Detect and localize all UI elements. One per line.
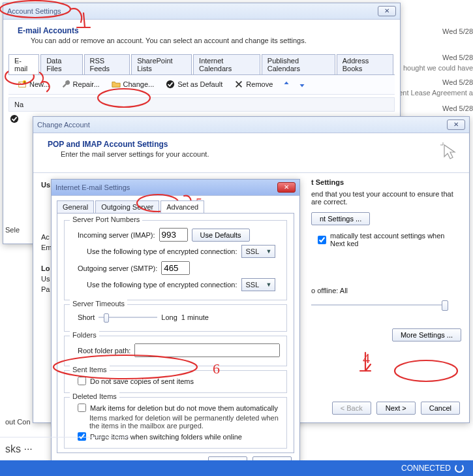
window-title: Change Account — [37, 121, 90, 129]
new-icon: ★ — [18, 80, 27, 89]
bg-date: Wed 5/28 — [401, 25, 473, 38]
do-not-save-sent-checkbox[interactable] — [78, 377, 86, 385]
account-toolbar: ★ New... Repair... Change... Set as Defa… — [8, 74, 395, 95]
root-folder-label: Root folder path: — [78, 347, 130, 355]
short-label: Short — [78, 313, 95, 321]
titlebar: Change Account ✕ — [33, 117, 469, 133]
svg-point-3 — [166, 80, 174, 88]
remove-label: Remove — [246, 80, 273, 88]
test-account-settings-button[interactable]: nt Settings ... — [311, 212, 370, 225]
server-timeouts-group: Server Timeouts Short Long 1 minute — [64, 304, 287, 332]
window-title: Account Settings — [7, 7, 61, 15]
chevron-down-icon: ▼ — [266, 248, 272, 255]
group-legend: Server Port Numbers — [70, 215, 142, 223]
timeout-value: 1 minute — [181, 313, 209, 321]
tab-outgoing-server[interactable]: Outgoing Server — [95, 200, 159, 213]
tab-address-books[interactable]: Address Books — [337, 54, 393, 74]
tab-rss[interactable]: RSS Feeds — [84, 54, 130, 74]
sent-items-group: Sent Items Do not save copies of sent it… — [64, 370, 287, 393]
slider-track — [311, 304, 448, 306]
deletion-note: Items marked for deletion will be perman… — [89, 414, 280, 430]
slider-thumb[interactable] — [442, 300, 448, 311]
group-legend: Server Timeouts — [70, 300, 127, 308]
background-mail: Wed 5/28 — [401, 25, 473, 38]
tab-published-calendars[interactable]: Published Calendars — [262, 54, 335, 74]
close-icon[interactable]: ✕ — [447, 119, 465, 130]
test-settings-header: t Settings — [311, 178, 461, 186]
cursor-icon — [438, 140, 460, 163]
account-tabs: E-mail Data Files RSS Feeds SharePoint L… — [8, 54, 395, 75]
tasks-nav[interactable]: sks ··· — [0, 437, 130, 460]
wrench-icon — [61, 80, 70, 89]
move-down-icon[interactable] — [298, 80, 307, 89]
section-header: POP and IMAP Account Settings — [33, 133, 218, 150]
titlebar: Internet E-mail Settings ✕ — [52, 180, 299, 196]
set-default-button[interactable]: Set as Default — [163, 78, 225, 90]
test-settings-text: end that you test your account to ensure… — [311, 190, 461, 206]
outgoing-encryption-select[interactable]: SSL▼ — [241, 278, 275, 291]
svg-point-4 — [10, 115, 18, 123]
new-label: New... — [29, 80, 50, 88]
group-legend: Folders — [70, 331, 99, 339]
close-icon[interactable]: ✕ — [378, 6, 396, 16]
root-folder-input[interactable] — [134, 343, 280, 357]
status-bar: CONNECTED — [0, 460, 473, 476]
account-list-header: Na — [8, 97, 395, 112]
section-subtext: Enter the mail server settings for your … — [33, 150, 218, 163]
incoming-port-input[interactable] — [159, 228, 188, 242]
change-button[interactable]: Change... — [109, 78, 157, 90]
cancel-button[interactable]: Cancel — [421, 402, 460, 415]
mark-for-deletion-checkbox[interactable] — [78, 404, 86, 412]
repair-label: Repair... — [73, 80, 100, 88]
outgoing-port-input[interactable] — [161, 261, 190, 275]
section-subtext: You can add or remove an account. You ca… — [3, 37, 400, 50]
internet-email-settings-window: Internet E-mail Settings ✕ General Outgo… — [51, 179, 300, 475]
slider-thumb[interactable] — [104, 313, 109, 323]
bg-date: Wed 5/28 — [401, 102, 473, 115]
remove-button[interactable]: Remove — [232, 78, 275, 90]
outgoing-label: Outgoing server (SMTP): — [78, 264, 157, 272]
folders-group: Folders Root folder path: — [64, 336, 287, 366]
svg-text:★: ★ — [23, 80, 26, 84]
tab-sharepoint[interactable]: SharePoint Lists — [131, 54, 192, 74]
use-defaults-button[interactable]: Use Defaults — [192, 229, 250, 242]
check-circle-icon — [166, 80, 175, 89]
set-default-label: Set as Default — [177, 80, 222, 88]
change-label: Change... — [123, 80, 155, 88]
tab-advanced[interactable]: Advanced — [160, 200, 204, 213]
more-settings-button[interactable]: More Settings ... — [392, 328, 461, 341]
next-button[interactable]: Next > — [376, 402, 416, 415]
close-icon[interactable]: ✕ — [277, 182, 296, 193]
status-connected: CONNECTED — [401, 464, 451, 473]
section-header: E-mail Accounts — [3, 20, 400, 37]
incoming-label: Incoming server (IMAP): — [78, 231, 155, 239]
offline-label: o offline: All — [311, 287, 461, 294]
check-circle-icon — [10, 114, 19, 123]
incoming-encryption-select[interactable]: SSL▼ — [241, 245, 275, 258]
background-mail: Wed 5/28 — [401, 102, 473, 115]
auto-test-checkbox[interactable] — [318, 236, 326, 244]
timeout-slider[interactable] — [99, 312, 157, 323]
status-sync-icon — [455, 464, 464, 473]
truncated-label: out Con — [5, 418, 31, 426]
tab-general[interactable]: General — [57, 200, 94, 213]
mark-for-deletion-label: Mark items for deletion but do not move … — [90, 404, 278, 412]
tab-datafiles[interactable]: Data Files — [40, 54, 82, 74]
group-legend: Sent Items — [70, 366, 110, 373]
long-label: Long — [161, 313, 177, 321]
move-up-icon[interactable] — [282, 80, 291, 89]
encryption-label: Use the following type of encrypted conn… — [87, 281, 237, 289]
repair-button[interactable]: Repair... — [59, 78, 102, 90]
tasks-label: sks ··· — [5, 443, 33, 455]
back-button[interactable]: < Back — [332, 402, 371, 415]
truncated-label: Sele — [5, 226, 20, 234]
group-legend: Deleted Items — [70, 392, 119, 400]
auto-test-label: matically test account settings when Nex… — [330, 232, 461, 247]
inet-tabs: General Outgoing Server Advanced — [57, 200, 294, 214]
tab-email[interactable]: E-mail — [8, 54, 39, 74]
new-button[interactable]: ★ New... — [15, 78, 52, 90]
encryption-label: Use the following type of encrypted conn… — [87, 247, 237, 255]
server-port-numbers-group: Server Port Numbers Incoming server (IMA… — [64, 220, 287, 300]
chevron-down-icon: ▼ — [266, 281, 272, 288]
tab-internet-calendars[interactable]: Internet Calendars — [193, 54, 260, 74]
